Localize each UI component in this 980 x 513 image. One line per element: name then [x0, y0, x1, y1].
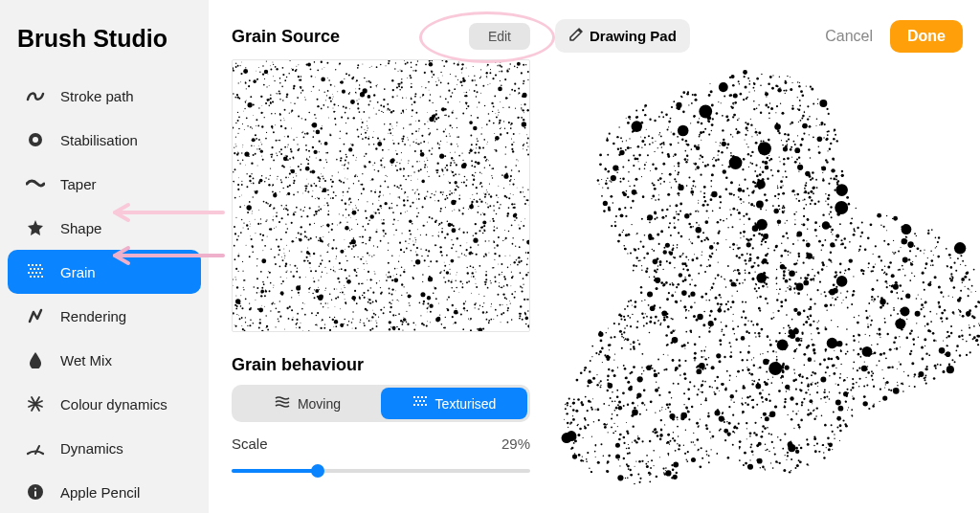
svg-point-4288: [731, 295, 732, 296]
slider-thumb[interactable]: [311, 464, 324, 478]
svg-point-1689: [352, 211, 357, 215]
svg-point-3910: [755, 434, 758, 436]
svg-point-3060: [678, 213, 679, 215]
svg-point-1381: [510, 193, 511, 194]
svg-point-387: [312, 136, 314, 138]
svg-point-4206: [813, 445, 815, 447]
svg-point-2696: [749, 162, 751, 164]
svg-point-4059: [682, 253, 684, 255]
svg-point-1215: [441, 323, 443, 325]
svg-point-3687: [568, 398, 570, 400]
svg-point-2761: [833, 283, 835, 286]
svg-point-3798: [801, 338, 802, 339]
svg-point-2717: [748, 202, 750, 204]
svg-point-1434: [237, 112, 238, 113]
svg-point-3368: [770, 107, 773, 110]
svg-point-3895: [743, 201, 744, 202]
svg-point-669: [415, 112, 417, 114]
svg-point-218: [517, 188, 518, 189]
brush-stroke-preview[interactable]: [546, 50, 980, 513]
svg-point-1240: [477, 107, 478, 108]
grain-behaviour-texturised[interactable]: Texturised: [381, 388, 527, 419]
svg-point-4056: [954, 242, 966, 255]
svg-point-1817: [346, 324, 348, 326]
svg-point-756: [350, 144, 351, 145]
sidebar-item-stabilisation[interactable]: Stabilisation: [8, 118, 201, 162]
svg-point-566: [283, 209, 284, 210]
svg-point-3490: [612, 369, 614, 372]
svg-rect-2226: [413, 396, 415, 398]
sidebar-item-rendering[interactable]: Rendering: [8, 294, 201, 338]
sidebar-item-dynamics[interactable]: Dynamics: [8, 426, 201, 470]
svg-point-26: [495, 280, 497, 282]
svg-point-2310: [794, 292, 795, 293]
svg-point-2494: [760, 112, 762, 114]
sidebar-item-grain[interactable]: Grain: [8, 250, 201, 294]
svg-point-637: [325, 152, 326, 153]
svg-point-4551: [591, 346, 593, 347]
svg-point-4705: [789, 288, 791, 291]
svg-point-2757: [727, 308, 729, 310]
svg-point-4698: [955, 349, 957, 351]
svg-point-2840: [755, 336, 756, 337]
svg-point-1283: [429, 216, 431, 218]
svg-point-4805: [733, 94, 738, 99]
cancel-button[interactable]: Cancel: [825, 28, 873, 45]
svg-point-2944: [899, 336, 900, 337]
sidebar-item-wet-mix[interactable]: Wet Mix: [8, 338, 201, 382]
done-button[interactable]: Done: [890, 20, 963, 53]
svg-point-2692: [969, 309, 971, 312]
svg-point-1307: [492, 177, 493, 178]
svg-point-965: [474, 166, 476, 167]
svg-point-598: [276, 153, 277, 154]
svg-point-3077: [767, 302, 768, 304]
svg-point-1456: [517, 264, 519, 266]
svg-point-3202: [783, 158, 785, 160]
svg-point-1510: [304, 235, 306, 237]
svg-point-1709: [508, 231, 510, 233]
scale-slider[interactable]: [232, 457, 530, 484]
svg-point-1055: [504, 78, 506, 80]
svg-point-606: [471, 165, 473, 167]
svg-point-2784: [679, 211, 681, 212]
svg-point-4651: [853, 234, 856, 236]
svg-point-341: [369, 214, 373, 219]
svg-point-2030: [321, 226, 322, 227]
svg-rect-6: [39, 264, 41, 266]
svg-point-860: [252, 128, 253, 129]
svg-point-1785: [522, 319, 523, 321]
svg-point-1633: [342, 90, 345, 94]
svg-point-561: [511, 319, 513, 321]
svg-point-4178: [685, 144, 687, 145]
svg-point-4563: [851, 303, 853, 305]
svg-point-1847: [379, 195, 380, 196]
svg-point-813: [487, 287, 489, 289]
svg-point-1630: [239, 303, 240, 304]
svg-point-209: [513, 142, 514, 143]
svg-point-3087: [736, 376, 737, 377]
sidebar-item-colour-dynamics[interactable]: Colour dynamics: [8, 382, 201, 426]
svg-point-3339: [760, 208, 762, 210]
grain-source-preview[interactable]: [232, 59, 530, 332]
sidebar-item-stroke-path[interactable]: Stroke path: [8, 74, 201, 118]
edit-grain-button[interactable]: Edit: [469, 23, 530, 50]
svg-point-328: [348, 204, 349, 205]
svg-point-4758: [704, 165, 707, 167]
svg-point-1219: [256, 278, 258, 279]
svg-point-2159: [429, 304, 433, 308]
svg-point-3796: [884, 266, 885, 267]
grain-behaviour-moving[interactable]: Moving: [234, 388, 381, 419]
svg-point-511: [524, 218, 525, 219]
svg-point-1898: [374, 191, 376, 193]
svg-point-923: [437, 234, 439, 236]
sidebar-item-shape[interactable]: Shape: [8, 206, 201, 250]
sidebar-item-apple-pencil[interactable]: Apple Pencil: [8, 470, 201, 513]
svg-point-2890: [665, 470, 671, 476]
svg-point-1592: [237, 151, 238, 152]
svg-point-1855: [458, 155, 460, 157]
svg-point-562: [285, 232, 287, 234]
svg-point-3499: [879, 333, 881, 336]
svg-point-3627: [800, 144, 803, 146]
sidebar-item-taper[interactable]: Taper: [8, 162, 201, 206]
drawing-pad-button[interactable]: Drawing Pad: [555, 19, 690, 53]
